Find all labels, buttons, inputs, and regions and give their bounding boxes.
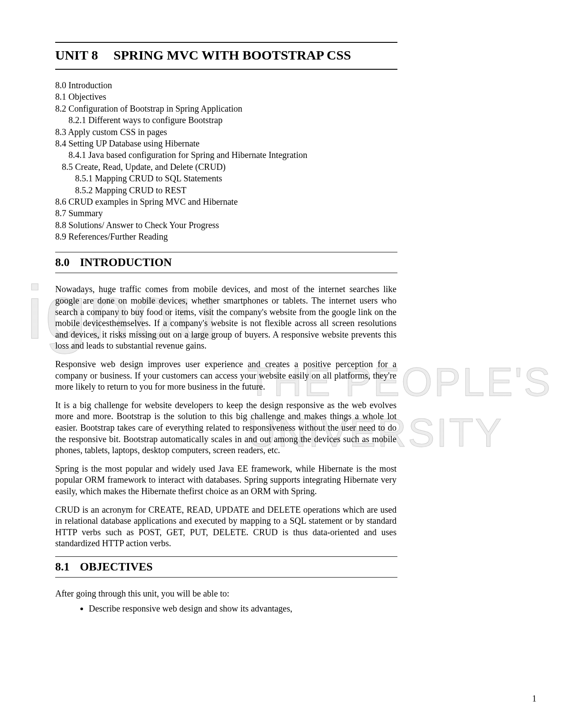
section-number: 8.0 xyxy=(55,256,80,269)
toc-item: 8.5.2 Mapping CRUD to REST xyxy=(55,184,397,196)
toc-item: 8.2 Configuration of Bootstrap in Spring… xyxy=(55,103,397,114)
toc-item: 8.0 Introduction xyxy=(55,79,397,91)
toc-item: 8.5.1 Mapping CRUD to SQL Statements xyxy=(55,173,397,184)
body-paragraph: Nowadays, huge traffic comes from mobile… xyxy=(55,284,397,352)
section-label: OBJECTIVES xyxy=(80,560,153,574)
unit-title-text: SPRING MVC WITH BOOTSTRAP CSS xyxy=(113,46,351,64)
toc-item: 8.7 Summary xyxy=(55,207,397,219)
section-number: 8.1 xyxy=(55,560,80,574)
body-paragraph: Spring is the most popular and widely us… xyxy=(55,463,397,497)
toc-item: 8.8 Solutions/ Answer to Check Your Prog… xyxy=(55,219,397,231)
toc-item: 8.9 References/Further Reading xyxy=(55,231,397,242)
body-paragraph: CRUD is an acronym for CREATE, READ, UPD… xyxy=(55,504,397,549)
page-number: 1 xyxy=(532,694,537,704)
unit-title-block: UNIT 8 SPRING MVC WITH BOOTSTRAP CSS xyxy=(55,42,397,70)
unit-number: UNIT 8 xyxy=(55,46,103,64)
toc-item: 8.5 Create, Read, Update, and Delete (CR… xyxy=(55,161,397,173)
toc-item: 8.1 Objectives xyxy=(55,91,397,102)
body-paragraph: It is a big challenge for website develo… xyxy=(55,400,397,456)
body-paragraph: Responsive web design improves user expe… xyxy=(55,359,397,393)
toc-item: 8.6 CRUD examples in Spring MVC and Hibe… xyxy=(55,196,397,207)
section-label: INTRODUCTION xyxy=(80,256,172,269)
toc-item: 8.2.1 Different ways to configure Bootst… xyxy=(55,114,397,126)
list-item: Describe responsive web design and show … xyxy=(89,603,397,615)
toc-item: 8.4 Setting UP Database using Hibernate xyxy=(55,138,397,149)
objectives-list: Describe responsive web design and show … xyxy=(80,603,397,615)
section-heading-introduction: 8.0 INTRODUCTION xyxy=(55,252,397,273)
toc-item: 8.4.1 Java based configuration for Sprin… xyxy=(55,149,397,161)
objectives-intro: After going through this unit, you will … xyxy=(55,588,397,600)
section-heading-objectives: 8.1 OBJECTIVES xyxy=(55,556,397,578)
toc-item: 8.3 Apply custom CSS in pages xyxy=(55,126,397,138)
table-of-contents: 8.0 Introduction 8.1 Objectives 8.2 Conf… xyxy=(55,79,397,242)
